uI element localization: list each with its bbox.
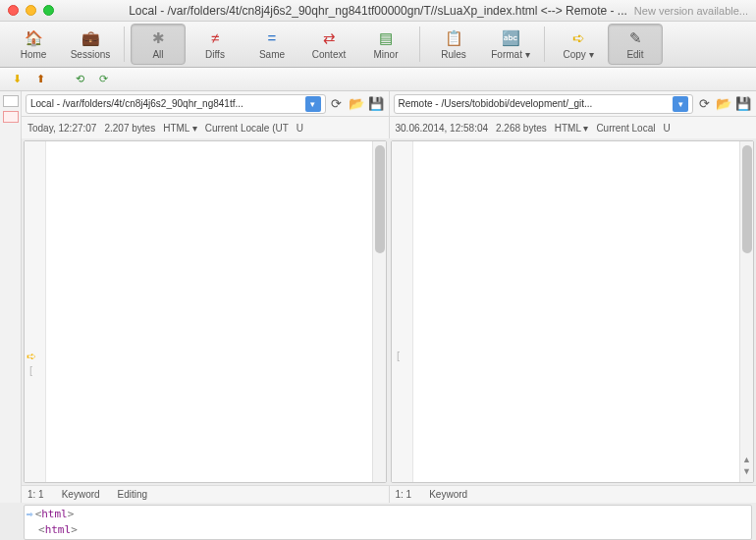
remote-path-cell: Remote - /Users/tobidobi/development/_gi… — [389, 91, 757, 116]
minimize-icon[interactable] — [26, 5, 36, 16]
update-hint[interactable]: New version available... — [634, 5, 748, 17]
format-button[interactable]: 🔤Format ▾ — [483, 24, 538, 65]
summary-pane: ⇨<html> <html> — [24, 505, 752, 540]
not-equal-icon: ≠ — [205, 29, 225, 47]
local-meta: Today, 12:27:07 2.207 bytes HTML ▾ Curre… — [22, 117, 389, 138]
thumbnail-selected[interactable] — [3, 111, 19, 123]
remote-bottom: 1: 1 Keyword — [389, 486, 757, 503]
local-path-text: Local - /var/folders/4t/cn8j4j6s2_90qhr_… — [30, 98, 243, 109]
remote-gutter: [ — [392, 141, 413, 482]
meta-enc[interactable]: Current Local — [596, 123, 655, 134]
reload-right-button[interactable]: ⟳ — [94, 71, 112, 88]
arrow-marker-icon: ➪ — [27, 350, 36, 363]
sub-toolbar: ⬇ ⬆ ⟲ ⟳ — [0, 68, 756, 91]
meta-type[interactable]: HTML ▾ — [163, 123, 197, 134]
label-with-chev: Format ▾ — [491, 49, 529, 60]
main-area: Local - /var/folders/4t/cn8j4j6s2_90qhr_… — [0, 91, 756, 503]
format-icon: 🔤 — [501, 29, 520, 47]
briefcase-icon: 💼 — [81, 29, 100, 47]
chevron-down-icon: ▾ — [305, 96, 321, 112]
prev-diff-up-button[interactable]: ⬆ — [31, 71, 49, 88]
cursor-pos: 1: 1 — [396, 489, 412, 500]
close-icon[interactable] — [8, 5, 19, 16]
save-icon[interactable]: 💾 — [734, 95, 752, 113]
same-button[interactable]: =Same — [244, 24, 299, 65]
save-icon[interactable]: 💾 — [367, 95, 385, 113]
local-pane: ➪ [ — [24, 140, 387, 483]
thumbnail[interactable] — [3, 95, 19, 107]
zoom-icon[interactable] — [43, 5, 54, 16]
local-code[interactable] — [46, 141, 372, 482]
diffs-button[interactable]: ≠Diffs — [188, 24, 243, 65]
local-scrollbar[interactable] — [372, 141, 386, 482]
rules-button[interactable]: 📋Rules — [426, 24, 481, 65]
chevron-down-icon: ▾ — [673, 96, 688, 112]
meta-size: 2.207 bytes — [104, 123, 155, 134]
keyword-label: Keyword — [62, 489, 100, 500]
home-icon: 🏠 — [24, 29, 43, 47]
context-icon: ⇄ — [319, 29, 339, 47]
meta-time: 30.06.2014, 12:58:04 — [396, 123, 489, 134]
asterisk-icon: ✱ — [148, 29, 168, 47]
bottom-line: 1: 1 Keyword Editing 1: 1 Keyword — [22, 485, 756, 503]
arrow-icon: ⇨ — [27, 508, 33, 520]
remote-path-text: Remote - /Users/tobidobi/development/_gi… — [399, 98, 593, 109]
minor-button[interactable]: ▤Minor — [358, 24, 413, 65]
meta-enc[interactable]: Current Locale (UT — [205, 123, 289, 134]
separator — [419, 27, 420, 62]
equal-icon: = — [262, 29, 282, 47]
copy-button[interactable]: ➪Copy ▾ — [551, 24, 606, 65]
keyword-label: Keyword — [429, 489, 467, 500]
arrow-right-icon: ➪ — [568, 29, 588, 47]
overview-rail — [0, 91, 22, 503]
meta-time: Today, 12:27:07 — [27, 123, 96, 134]
local-bottom: 1: 1 Keyword Editing — [22, 486, 389, 503]
titlebar: Local - /var/folders/4t/cn8j4j6s2_90qhr_… — [0, 0, 756, 22]
local-gutter: ➪ [ — [25, 141, 46, 482]
folder-open-icon[interactable]: 📂 — [348, 95, 365, 113]
meta-type[interactable]: HTML ▾ — [555, 123, 589, 134]
path-row: Local - /var/folders/4t/cn8j4j6s2_90qhr_… — [22, 91, 756, 117]
editing-label: Editing — [118, 489, 148, 500]
bracket-marker-icon: [ — [29, 364, 32, 376]
scroll-down-icon[interactable]: ▼ — [742, 466, 751, 476]
local-path-select[interactable]: Local - /var/folders/4t/cn8j4j6s2_90qhr_… — [26, 94, 326, 114]
meta-row: Today, 12:27:07 2.207 bytes HTML ▾ Curre… — [22, 117, 756, 138]
meta-mode: U — [297, 123, 303, 134]
meta-mode: U — [663, 123, 670, 134]
pencil-icon: ✎ — [625, 29, 645, 47]
next-diff-down-button[interactable]: ⬇ — [8, 71, 26, 88]
scroll-handle[interactable] — [742, 145, 752, 253]
panes: Local - /var/folders/4t/cn8j4j6s2_90qhr_… — [22, 91, 756, 503]
edit-button[interactable]: ✎Edit — [608, 24, 663, 65]
toolbar: 🏠Home 💼Sessions ✱All ≠Diffs =Same ⇄Conte… — [0, 22, 756, 68]
meta-size: 2.268 bytes — [496, 123, 547, 134]
label-with-chev: Copy ▾ — [563, 49, 593, 60]
summary-line[interactable]: ⇨<html> — [25, 506, 751, 521]
cursor-pos: 1: 1 — [27, 489, 44, 500]
minor-icon: ▤ — [376, 29, 396, 47]
home-button[interactable]: 🏠Home — [6, 24, 61, 65]
context-button[interactable]: ⇄Context — [301, 24, 356, 65]
traffic-lights — [8, 5, 54, 16]
remote-code[interactable] — [413, 141, 739, 482]
all-button[interactable]: ✱All — [131, 24, 186, 65]
local-path-cell: Local - /var/folders/4t/cn8j4j6s2_90qhr_… — [22, 91, 389, 116]
rules-icon: 📋 — [444, 29, 463, 47]
reload-left-button[interactable]: ⟲ — [71, 71, 88, 88]
remote-meta: 30.06.2014, 12:58:04 2.268 bytes HTML ▾ … — [389, 117, 757, 138]
separator — [544, 27, 545, 62]
refresh-icon[interactable]: ⟳ — [695, 95, 713, 113]
scroll-up-icon[interactable]: ▲ — [742, 455, 751, 464]
summary-line[interactable]: <html> — [25, 521, 751, 537]
remote-scrollbar[interactable]: ▲ ▼ — [739, 141, 753, 482]
bracket-marker-icon: [ — [397, 350, 400, 361]
scroll-handle[interactable] — [375, 145, 385, 253]
remote-pane: [ ▲ ▼ — [391, 140, 754, 483]
code-wrap: ➪ [ [ ▲ ▼ — [22, 138, 756, 485]
sessions-button[interactable]: 💼Sessions — [63, 24, 118, 65]
separator — [124, 27, 125, 62]
folder-open-icon[interactable]: 📂 — [715, 95, 732, 113]
refresh-icon[interactable]: ⟳ — [328, 95, 346, 113]
remote-path-select[interactable]: Remote - /Users/tobidobi/development/_gi… — [394, 94, 694, 114]
